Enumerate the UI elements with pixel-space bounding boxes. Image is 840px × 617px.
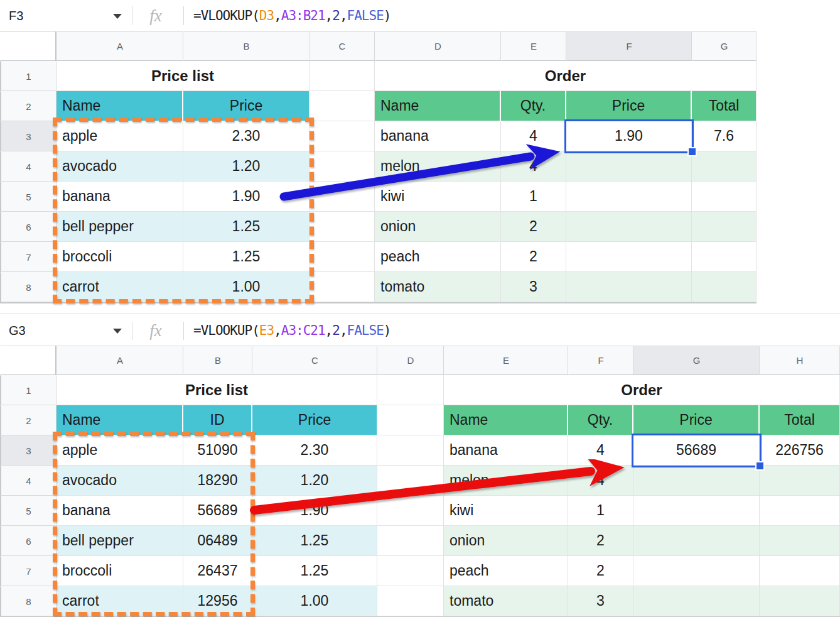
- cell-H4[interactable]: [760, 466, 840, 496]
- select-all-corner[interactable]: [0, 346, 57, 375]
- cell-A7[interactable]: broccoli: [57, 556, 183, 586]
- cell-G7[interactable]: [633, 556, 760, 586]
- order-header-Total[interactable]: Total: [760, 405, 840, 435]
- cell-H5[interactable]: [760, 496, 840, 526]
- cell-D8[interactable]: [377, 586, 444, 616]
- column-header-E[interactable]: E: [444, 346, 568, 375]
- cell-F4[interactable]: 4: [568, 466, 633, 496]
- cell-A7[interactable]: broccoli: [57, 242, 183, 272]
- column-header-B[interactable]: B: [183, 346, 252, 375]
- row-header-7[interactable]: 7: [0, 556, 57, 586]
- cell-F7[interactable]: [566, 242, 692, 272]
- order-header-Price[interactable]: Price: [633, 405, 760, 435]
- column-header-F[interactable]: F: [566, 31, 692, 61]
- cell-D3[interactable]: [377, 435, 444, 466]
- cell-D3[interactable]: banana: [375, 121, 501, 151]
- cell-A4[interactable]: avocado: [57, 466, 183, 496]
- cell-C7[interactable]: 1.25: [252, 556, 377, 586]
- cell-D8[interactable]: tomato: [375, 272, 501, 302]
- column-header-G[interactable]: G: [633, 346, 760, 375]
- cell-G6[interactable]: [692, 212, 757, 242]
- cell-F5[interactable]: 1: [568, 496, 633, 526]
- chevron-down-icon[interactable]: [113, 329, 122, 334]
- order-header-Total[interactable]: Total: [692, 91, 757, 121]
- cell-B6[interactable]: 06489: [183, 526, 252, 556]
- cell-C2[interactable]: [310, 91, 375, 121]
- cell-C4[interactable]: [310, 151, 375, 182]
- cell-C3[interactable]: [310, 121, 375, 151]
- cell-D4[interactable]: melon: [375, 151, 501, 182]
- cell-B6[interactable]: 1.25: [183, 212, 310, 242]
- cell-E3[interactable]: 4: [501, 121, 566, 151]
- price-list-header-ID[interactable]: ID: [183, 405, 252, 435]
- cell-B7[interactable]: 26437: [183, 556, 252, 586]
- cell-D7[interactable]: [377, 556, 444, 586]
- cell-C3[interactable]: 2.30: [252, 435, 377, 466]
- cell-C8[interactable]: 1.00: [252, 586, 377, 616]
- select-all-corner[interactable]: [0, 31, 57, 61]
- row-header-6[interactable]: 6: [0, 212, 57, 242]
- cell-C5[interactable]: 1.90: [252, 496, 377, 526]
- cell-D6[interactable]: onion: [375, 212, 501, 242]
- cell-H6[interactable]: [760, 526, 840, 556]
- row-header-1[interactable]: 1: [0, 61, 57, 91]
- cell-F3[interactable]: 4: [568, 435, 633, 466]
- column-header-A[interactable]: A: [57, 31, 183, 61]
- cell-F6[interactable]: [566, 212, 692, 242]
- cell-A8[interactable]: carrot: [57, 272, 183, 302]
- order-header-Qty.[interactable]: Qty.: [501, 91, 566, 121]
- cell-F8[interactable]: [566, 272, 692, 302]
- cell-D5[interactable]: [377, 496, 444, 526]
- name-box[interactable]: G3: [0, 316, 132, 346]
- cell-A5[interactable]: banana: [57, 496, 183, 526]
- cell-E8[interactable]: tomato: [444, 586, 568, 616]
- cell-A4[interactable]: avocado: [57, 151, 183, 182]
- price-list-header-Price[interactable]: Price: [252, 405, 377, 435]
- row-header-5[interactable]: 5: [0, 496, 57, 526]
- cell-B8[interactable]: 12956: [183, 586, 252, 616]
- cell-E7[interactable]: peach: [444, 556, 568, 586]
- cell-C6[interactable]: [310, 212, 375, 242]
- row-header-6[interactable]: 6: [0, 526, 57, 556]
- cell-C7[interactable]: [310, 242, 375, 272]
- column-header-B[interactable]: B: [183, 31, 310, 61]
- cell-C4[interactable]: 1.20: [252, 466, 377, 496]
- cell-D5[interactable]: kiwi: [375, 182, 501, 212]
- cell-B4[interactable]: 1.20: [183, 151, 310, 182]
- cell-B5[interactable]: 56689: [183, 496, 252, 526]
- column-header-C[interactable]: C: [310, 31, 375, 61]
- cell-E5[interactable]: 1: [501, 182, 566, 212]
- cell-B8[interactable]: 1.00: [183, 272, 310, 302]
- row-header-2[interactable]: 2: [0, 405, 57, 435]
- cell-G4[interactable]: [633, 466, 760, 496]
- cell-F4[interactable]: [566, 151, 692, 182]
- cell-H3[interactable]: 226756: [760, 435, 840, 466]
- row-header-7[interactable]: 7: [0, 242, 57, 272]
- cell-D2[interactable]: [377, 405, 444, 435]
- cell-F7[interactable]: 2: [568, 556, 633, 586]
- cell-G5[interactable]: [633, 496, 760, 526]
- order-header-Price[interactable]: Price: [566, 91, 692, 121]
- order-header-Qty.[interactable]: Qty.: [568, 405, 633, 435]
- column-header-D[interactable]: D: [377, 346, 444, 375]
- cell-F6[interactable]: 2: [568, 526, 633, 556]
- column-header-G[interactable]: G: [692, 31, 757, 61]
- cell-D1[interactable]: [377, 375, 444, 405]
- cell-G4[interactable]: [692, 151, 757, 182]
- row-header-4[interactable]: 4: [0, 466, 57, 496]
- cell-E3[interactable]: banana: [444, 435, 568, 466]
- cell-C8[interactable]: [310, 272, 375, 302]
- cell-A6[interactable]: bell pepper: [57, 212, 183, 242]
- order-header-Name[interactable]: Name: [375, 91, 501, 121]
- cell-B3[interactable]: 51090: [183, 435, 252, 466]
- cell-D4[interactable]: [377, 466, 444, 496]
- cell-A6[interactable]: bell pepper: [57, 526, 183, 556]
- cell-C6[interactable]: 1.25: [252, 526, 377, 556]
- cell-G3[interactable]: 56689: [633, 435, 760, 466]
- row-header-4[interactable]: 4: [0, 151, 57, 182]
- row-header-8[interactable]: 8: [0, 586, 57, 616]
- cell-F8[interactable]: 3: [568, 586, 633, 616]
- price-list-title[interactable]: Price list: [57, 61, 310, 91]
- cell-A8[interactable]: carrot: [57, 586, 183, 616]
- formula-input[interactable]: =VLOOKUP(D3,A3:B21,2,FALSE): [193, 0, 390, 31]
